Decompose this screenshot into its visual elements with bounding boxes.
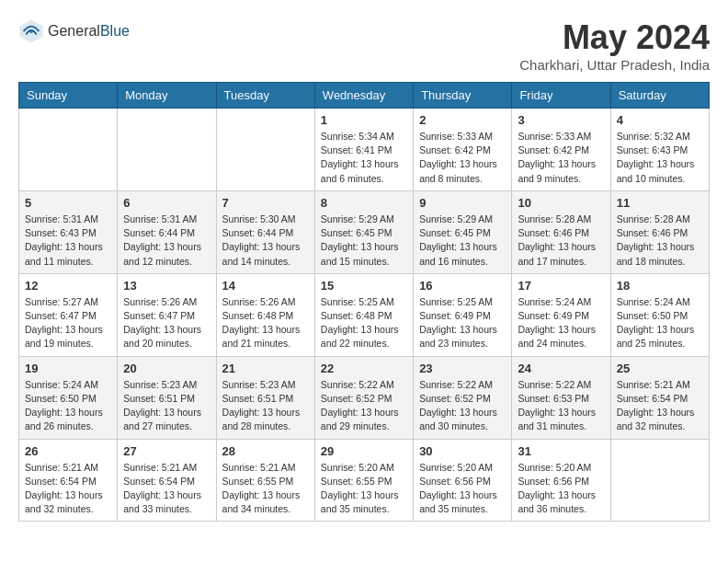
day-info: Sunrise: 5:22 AM Sunset: 6:52 PM Dayligh…	[419, 378, 506, 434]
day-info: Sunrise: 5:26 AM Sunset: 6:47 PM Dayligh…	[123, 295, 210, 351]
calendar-cell: 10Sunrise: 5:28 AM Sunset: 6:46 PM Dayli…	[512, 190, 610, 273]
day-number: 22	[321, 362, 407, 375]
day-info: Sunrise: 5:21 AM Sunset: 6:54 PM Dayligh…	[123, 461, 210, 517]
calendar-cell: 19Sunrise: 5:24 AM Sunset: 6:50 PM Dayli…	[19, 356, 118, 439]
weekday-header-friday: Friday	[512, 83, 610, 109]
calendar-cell: 12Sunrise: 5:27 AM Sunset: 6:47 PM Dayli…	[19, 273, 118, 356]
day-info: Sunrise: 5:28 AM Sunset: 6:46 PM Dayligh…	[518, 213, 604, 269]
day-info: Sunrise: 5:23 AM Sunset: 6:51 PM Dayligh…	[222, 378, 309, 434]
calendar-cell: 28Sunrise: 5:21 AM Sunset: 6:55 PM Dayli…	[216, 439, 314, 522]
day-info: Sunrise: 5:33 AM Sunset: 6:42 PM Dayligh…	[518, 130, 604, 186]
day-info: Sunrise: 5:24 AM Sunset: 6:50 PM Dayligh…	[617, 295, 703, 351]
calendar-cell	[216, 109, 314, 191]
weekday-header-row: SundayMondayTuesdayWednesdayThursdayFrid…	[19, 83, 710, 109]
day-number: 8	[321, 196, 407, 210]
month-year: May 2024	[519, 18, 710, 57]
day-info: Sunrise: 5:29 AM Sunset: 6:45 PM Dayligh…	[321, 213, 407, 269]
day-number: 31	[518, 444, 604, 458]
day-number: 18	[617, 279, 703, 293]
day-info: Sunrise: 5:34 AM Sunset: 6:41 PM Dayligh…	[321, 130, 407, 186]
logo-general-text: General	[48, 23, 100, 40]
calendar-cell: 7Sunrise: 5:30 AM Sunset: 6:44 PM Daylig…	[216, 190, 314, 273]
calendar-cell: 25Sunrise: 5:21 AM Sunset: 6:54 PM Dayli…	[610, 356, 709, 439]
day-info: Sunrise: 5:24 AM Sunset: 6:50 PM Dayligh…	[25, 378, 111, 434]
day-info: Sunrise: 5:22 AM Sunset: 6:53 PM Dayligh…	[518, 378, 604, 434]
day-number: 19	[25, 362, 111, 375]
day-number: 4	[617, 113, 703, 127]
calendar-cell	[610, 439, 709, 522]
calendar-cell: 4Sunrise: 5:32 AM Sunset: 6:43 PM Daylig…	[610, 109, 709, 191]
day-number: 10	[518, 196, 604, 210]
day-info: Sunrise: 5:21 AM Sunset: 6:55 PM Dayligh…	[222, 461, 309, 517]
calendar-cell: 13Sunrise: 5:26 AM Sunset: 6:47 PM Dayli…	[118, 273, 216, 356]
day-info: Sunrise: 5:20 AM Sunset: 6:55 PM Dayligh…	[321, 461, 407, 517]
day-info: Sunrise: 5:32 AM Sunset: 6:43 PM Dayligh…	[617, 130, 703, 186]
calendar-cell: 20Sunrise: 5:23 AM Sunset: 6:51 PM Dayli…	[118, 356, 216, 439]
day-number: 14	[222, 279, 309, 293]
day-info: Sunrise: 5:27 AM Sunset: 6:47 PM Dayligh…	[25, 295, 111, 351]
calendar-cell: 26Sunrise: 5:21 AM Sunset: 6:54 PM Dayli…	[19, 439, 118, 522]
day-info: Sunrise: 5:33 AM Sunset: 6:42 PM Dayligh…	[419, 130, 506, 186]
week-row-5: 26Sunrise: 5:21 AM Sunset: 6:54 PM Dayli…	[19, 439, 710, 522]
calendar-cell: 18Sunrise: 5:24 AM Sunset: 6:50 PM Dayli…	[610, 273, 709, 356]
day-number: 27	[123, 444, 210, 458]
calendar-cell: 15Sunrise: 5:25 AM Sunset: 6:48 PM Dayli…	[314, 273, 413, 356]
day-number: 16	[419, 279, 506, 293]
logo-text: GeneralBlue	[48, 23, 130, 40]
day-info: Sunrise: 5:29 AM Sunset: 6:45 PM Dayligh…	[419, 213, 506, 269]
calendar-cell: 27Sunrise: 5:21 AM Sunset: 6:54 PM Dayli…	[118, 439, 216, 522]
day-number: 11	[617, 196, 703, 210]
calendar-cell: 1Sunrise: 5:34 AM Sunset: 6:41 PM Daylig…	[314, 109, 413, 191]
calendar-cell: 23Sunrise: 5:22 AM Sunset: 6:52 PM Dayli…	[414, 356, 512, 439]
day-number: 30	[419, 444, 506, 458]
day-info: Sunrise: 5:25 AM Sunset: 6:49 PM Dayligh…	[419, 295, 506, 351]
weekday-header-wednesday: Wednesday	[314, 83, 413, 109]
day-number: 2	[419, 113, 506, 127]
day-number: 25	[617, 362, 703, 375]
day-info: Sunrise: 5:24 AM Sunset: 6:49 PM Dayligh…	[518, 295, 604, 351]
day-number: 20	[123, 362, 210, 375]
day-number: 26	[25, 444, 111, 458]
day-number: 15	[321, 279, 407, 293]
weekday-header-tuesday: Tuesday	[216, 83, 314, 109]
day-number: 17	[518, 279, 604, 293]
week-row-4: 19Sunrise: 5:24 AM Sunset: 6:50 PM Dayli…	[19, 356, 710, 439]
day-info: Sunrise: 5:23 AM Sunset: 6:51 PM Dayligh…	[123, 378, 210, 434]
calendar-cell: 14Sunrise: 5:26 AM Sunset: 6:48 PM Dayli…	[216, 273, 314, 356]
day-info: Sunrise: 5:21 AM Sunset: 6:54 PM Dayligh…	[25, 461, 111, 517]
calendar-cell: 16Sunrise: 5:25 AM Sunset: 6:49 PM Dayli…	[414, 273, 512, 356]
calendar-cell: 30Sunrise: 5:20 AM Sunset: 6:56 PM Dayli…	[414, 439, 512, 522]
logo-icon	[18, 18, 44, 44]
week-row-2: 5Sunrise: 5:31 AM Sunset: 6:43 PM Daylig…	[19, 190, 710, 273]
calendar-cell: 29Sunrise: 5:20 AM Sunset: 6:55 PM Dayli…	[314, 439, 413, 522]
day-info: Sunrise: 5:20 AM Sunset: 6:56 PM Dayligh…	[419, 461, 506, 517]
day-info: Sunrise: 5:31 AM Sunset: 6:43 PM Dayligh…	[25, 213, 111, 269]
calendar-cell: 22Sunrise: 5:22 AM Sunset: 6:52 PM Dayli…	[314, 356, 413, 439]
calendar-cell: 31Sunrise: 5:20 AM Sunset: 6:56 PM Dayli…	[512, 439, 610, 522]
weekday-header-sunday: Sunday	[19, 83, 118, 109]
day-info: Sunrise: 5:25 AM Sunset: 6:48 PM Dayligh…	[321, 295, 407, 351]
day-number: 1	[321, 113, 407, 127]
svg-point-1	[29, 29, 33, 33]
calendar-cell	[19, 109, 118, 191]
calendar-cell: 5Sunrise: 5:31 AM Sunset: 6:43 PM Daylig…	[19, 190, 118, 273]
title-block: May 2024 Charkhari, Uttar Pradesh, India	[519, 18, 710, 73]
calendar-cell: 24Sunrise: 5:22 AM Sunset: 6:53 PM Dayli…	[512, 356, 610, 439]
day-number: 24	[518, 362, 604, 375]
day-info: Sunrise: 5:22 AM Sunset: 6:52 PM Dayligh…	[321, 378, 407, 434]
day-number: 12	[25, 279, 111, 293]
day-info: Sunrise: 5:21 AM Sunset: 6:54 PM Dayligh…	[617, 378, 703, 434]
calendar-cell	[118, 109, 216, 191]
day-info: Sunrise: 5:28 AM Sunset: 6:46 PM Dayligh…	[617, 213, 703, 269]
day-info: Sunrise: 5:20 AM Sunset: 6:56 PM Dayligh…	[518, 461, 604, 517]
page-header: GeneralBlue May 2024 Charkhari, Uttar Pr…	[18, 18, 710, 73]
weekday-header-saturday: Saturday	[610, 83, 709, 109]
week-row-1: 1Sunrise: 5:34 AM Sunset: 6:41 PM Daylig…	[19, 109, 710, 191]
calendar-cell: 9Sunrise: 5:29 AM Sunset: 6:45 PM Daylig…	[414, 190, 512, 273]
day-number: 29	[321, 444, 407, 458]
calendar-table: SundayMondayTuesdayWednesdayThursdayFrid…	[18, 82, 710, 522]
day-number: 3	[518, 113, 604, 127]
day-number: 7	[222, 196, 309, 210]
day-number: 21	[222, 362, 309, 375]
day-number: 5	[25, 196, 111, 210]
